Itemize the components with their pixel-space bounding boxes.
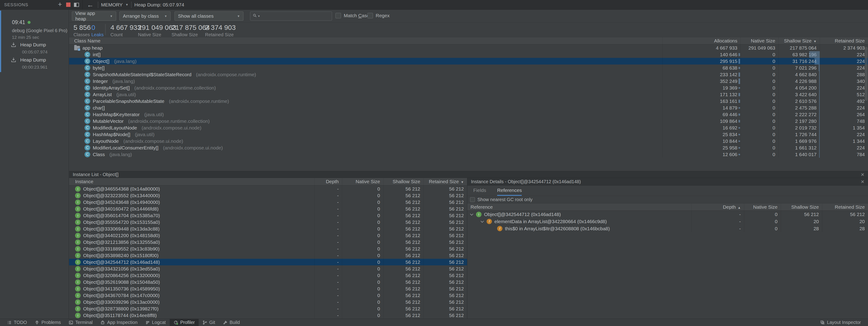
class-table-row[interactable]: C Class(java.lang) 12 606 0 1 640 017 78… bbox=[69, 151, 868, 158]
class-table-row[interactable]: C int[] 140 646 0 63 982 196 224 bbox=[69, 51, 868, 58]
statusbar-item-problems[interactable]: Problems bbox=[31, 319, 64, 326]
instance-row[interactable]: I Object[]@346554368 (0x14a80000) - 0 56… bbox=[69, 186, 467, 192]
search-input[interactable] bbox=[260, 13, 330, 19]
column-allocations[interactable]: Allocations bbox=[662, 37, 741, 44]
statusbar-item-layout-inspector[interactable]: Layout Inspector bbox=[816, 319, 865, 326]
instance-row[interactable]: I Object[]@323223552 (0x13440000) - 0 56… bbox=[69, 192, 467, 199]
column-retained-size[interactable]: Retained Size bbox=[820, 37, 868, 44]
instance-icon: I bbox=[75, 313, 81, 318]
class-table-row[interactable]: C SnapshotMutableStateImpl$StateStateRec… bbox=[69, 71, 868, 78]
session-artifact-item[interactable]: Heap Dump bbox=[10, 42, 46, 48]
reference-row[interactable]: f this$0 in ArrayList$Itr@342608808 (0x1… bbox=[467, 225, 868, 232]
shallow-size-bar bbox=[809, 51, 820, 58]
drag-handle[interactable] bbox=[131, 2, 131, 8]
column-reference[interactable]: Reference bbox=[467, 203, 691, 210]
instance-row[interactable]: I Object[]@333069448 (0x13da3c88) - 0 56… bbox=[69, 225, 467, 232]
class-table-row[interactable]: C Integer(java.lang) 352 249 0 4 226 988… bbox=[69, 78, 868, 85]
gc-root-option[interactable]: Show nearest GC root only bbox=[467, 196, 868, 203]
chevron-expanded-icon[interactable] bbox=[480, 219, 484, 223]
search-history-caret-icon[interactable]: ▼ bbox=[258, 15, 260, 18]
instance-row[interactable]: I Object[]@328738800 (0x139827f0) - 0 56… bbox=[69, 305, 467, 312]
instance-row[interactable]: I Object[]@345243648 (0x14940000) - 0 56… bbox=[69, 199, 467, 205]
column-instance[interactable]: Instance bbox=[69, 178, 314, 185]
statusbar-item-profiler[interactable]: Profiler bbox=[170, 319, 198, 326]
close-icon[interactable]: × bbox=[861, 171, 864, 177]
statusbar-item-terminal[interactable]: Terminal bbox=[65, 319, 97, 326]
class-table-row[interactable]: C byte[] 68 638 0 7 021 296 224 bbox=[69, 65, 868, 71]
class-table-row[interactable]: C HashMap$Node[](java.util) 25 834 0 1 7… bbox=[69, 131, 868, 138]
instance-row[interactable]: I Object[]@334321056 (0x13ed55a0) - 0 56… bbox=[69, 265, 467, 272]
instance-row[interactable]: I Object[]@356014704 (0x15385a70) - 0 56… bbox=[69, 212, 467, 219]
instance-row[interactable]: I Object[]@330039296 (0x13ac0000) - 0 56… bbox=[69, 299, 467, 305]
column-depth[interactable]: Depth bbox=[314, 178, 342, 185]
instance-details-titlebar: Instance Details - Object[]@342544712 (0… bbox=[467, 178, 868, 186]
stat-leaks[interactable]: 0Leaks bbox=[91, 24, 103, 37]
instance-row[interactable]: I Object[]@341350736 (0x14589950) - 0 56… bbox=[69, 285, 467, 292]
instance-row[interactable]: I Object[]@320864256 (0x13200000) - 0 56… bbox=[69, 272, 467, 279]
instance-row[interactable]: I Object[]@342544712 (0x146ad148) - 0 56… bbox=[69, 259, 467, 265]
column-shallow-size[interactable]: Shallow Size▼ bbox=[778, 37, 820, 44]
instance-row[interactable]: I Object[]@331889552 (0x13c83b90) - 0 56… bbox=[69, 246, 467, 252]
column-shallow-size[interactable]: Shallow Size bbox=[383, 178, 424, 185]
instance-row[interactable]: I Object[]@321213856 (0x132555a0) - 0 56… bbox=[69, 239, 467, 246]
reference-row[interactable]: f elementData in ArrayList@342280664 (0x… bbox=[467, 218, 868, 225]
close-icon[interactable]: × bbox=[861, 178, 864, 185]
heap-scope-select[interactable]: View app heap ▼ bbox=[72, 11, 116, 21]
instance-row[interactable]: I Object[]@340160472 (0x14466fd8) - 0 56… bbox=[69, 205, 467, 212]
chevron-expanded-icon[interactable] bbox=[470, 212, 473, 215]
class-table-row[interactable]: C ParcelableSnapshotMutableState(android… bbox=[69, 98, 868, 104]
column-native-size[interactable]: Native Size bbox=[744, 203, 781, 210]
class-table-row[interactable]: app heap 4 667 933 291 049 063 217 875 0… bbox=[69, 44, 868, 51]
regex-option[interactable]: Regex bbox=[367, 13, 390, 19]
column-class-name[interactable]: Class Name bbox=[69, 37, 662, 44]
regex-checkbox[interactable] bbox=[367, 13, 373, 19]
search-box[interactable]: ▼ bbox=[250, 11, 332, 21]
column-native-size[interactable]: Native Size bbox=[741, 37, 778, 44]
column-native-size[interactable]: Native Size bbox=[342, 178, 383, 185]
class-table-row[interactable]: C LayoutNode(androidx.compose.ui.node) 1… bbox=[69, 138, 868, 144]
instance-row[interactable]: I Object[]@351178744 (0x14ee8ff8) - 0 56… bbox=[69, 312, 467, 319]
class-table-row[interactable]: C Object[](java.lang) 295 915 0 31 716 2… bbox=[69, 58, 868, 65]
sort-desc-icon: ▼ bbox=[461, 180, 464, 184]
reference-row[interactable]: I Object[]@342544712 (0x146ad148) - 0 56… bbox=[467, 211, 868, 218]
memory-dropdown[interactable]: MEMORY ▼ bbox=[101, 2, 128, 7]
session-artifact-item[interactable]: Heap Dump bbox=[10, 57, 46, 63]
class-table-row[interactable]: C ModifierLocalConsumerEntity[](androidx… bbox=[69, 144, 868, 151]
class-table-row[interactable]: C IdentityArraySet[](androidx.compose.ru… bbox=[69, 85, 868, 91]
drag-handle[interactable] bbox=[98, 2, 98, 8]
add-session-button[interactable]: + bbox=[56, 1, 64, 9]
statusbar-item-todo[interactable]: TODO bbox=[3, 319, 31, 326]
tab-references[interactable]: References bbox=[497, 188, 522, 196]
back-arrow-icon[interactable]: ← bbox=[87, 1, 94, 8]
instance-row[interactable]: I Object[]@343670784 (0x147c0000) - 0 56… bbox=[69, 292, 467, 299]
session-time[interactable]: 09:41 bbox=[12, 19, 31, 26]
class-filter-select[interactable]: Show all classes ▼ bbox=[175, 11, 243, 21]
instance-row[interactable]: I Object[]@352619088 (0x15048a50) - 0 56… bbox=[69, 279, 467, 285]
statusbar-item-app-inspection[interactable]: App Inspection bbox=[96, 319, 141, 326]
class-table-row[interactable]: C MutableVector(androidx.compose.runtime… bbox=[69, 118, 868, 124]
column-retained-size[interactable]: Retained Size bbox=[822, 203, 868, 210]
class-table-row[interactable]: C char[] 14 879 0 2 475 288 224 bbox=[69, 104, 868, 111]
column-shallow-size[interactable]: Shallow Size bbox=[781, 203, 822, 210]
match-case-checkbox[interactable] bbox=[336, 13, 341, 19]
match-case-option[interactable]: Match Case bbox=[336, 13, 370, 19]
statusbar-item-logcat[interactable]: Logcat bbox=[142, 319, 170, 326]
column-retained-size[interactable]: Retained Size▼ bbox=[424, 178, 467, 185]
statusbar-item-git[interactable]: Git bbox=[198, 319, 219, 326]
tab-fields[interactable]: Fields bbox=[473, 188, 486, 196]
instance-list: Instance Depth Native Size Shallow Size … bbox=[69, 178, 467, 319]
class-table-row[interactable]: C ArrayList(java.util) 171 132 0 3 422 6… bbox=[69, 91, 868, 98]
collapse-panel-button[interactable] bbox=[72, 1, 81, 9]
logcat-icon bbox=[145, 320, 150, 325]
class-table-row[interactable]: C HashMap$KeyIterator(java.util) 69 446 … bbox=[69, 111, 868, 118]
instance-row[interactable]: I Object[]@353898240 (0x15180f00) - 0 56… bbox=[69, 252, 467, 259]
column-depth[interactable]: Depth▲ bbox=[691, 203, 744, 210]
stop-session-button[interactable] bbox=[64, 1, 72, 9]
arrange-select[interactable]: Arrange by class ▼ bbox=[119, 11, 170, 21]
class-table-row[interactable]: C ModifiedLayoutNode(androidx.compose.ui… bbox=[69, 124, 868, 131]
statusbar-item-build[interactable]: Build bbox=[219, 319, 244, 326]
instance-row[interactable]: I Object[]@344021200 (0x148158d0) - 0 56… bbox=[69, 232, 467, 239]
gc-root-checkbox[interactable] bbox=[470, 197, 475, 202]
instance-row[interactable]: I Object[]@355554720 (0x153155a0) - 0 56… bbox=[69, 219, 467, 225]
class-table-scrollbar[interactable] bbox=[865, 47, 868, 101]
